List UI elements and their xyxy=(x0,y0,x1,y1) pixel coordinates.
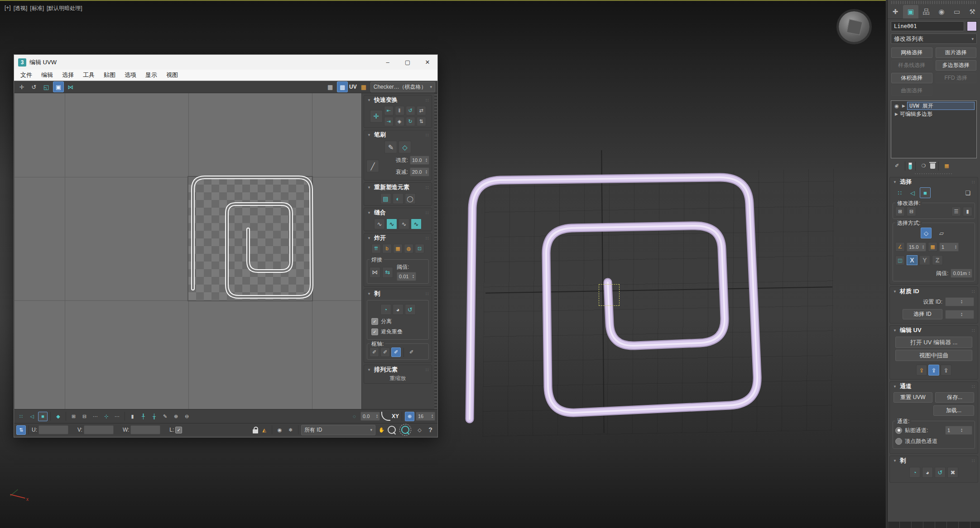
grip-icon[interactable]: ∷ xyxy=(426,98,428,103)
select-outline-icon[interactable]: ▱ xyxy=(936,228,947,238)
spinner[interactable] xyxy=(961,312,962,317)
map-options-icon[interactable]: ▦ xyxy=(358,81,369,92)
zoom-to-gizmo-icon[interactable]: ? xyxy=(426,425,435,435)
set-id-field[interactable] xyxy=(945,297,974,306)
pin-tool-icon[interactable]: ✐ xyxy=(370,347,379,357)
freeze-icon[interactable]: ❄ xyxy=(286,425,295,435)
collapse-icon[interactable]: ▼ xyxy=(893,459,897,463)
spinner[interactable] xyxy=(961,428,962,433)
modifier-visibility-eye-icon[interactable]: ◉ xyxy=(893,101,900,111)
edge-subobject-icon[interactable]: ◁ xyxy=(907,187,918,198)
grow-loop-icon[interactable]: ⊹ xyxy=(101,412,111,421)
menu-display[interactable]: 显示 xyxy=(141,71,162,79)
rollout-splitter[interactable] xyxy=(915,172,953,175)
straighten-selection-icon[interactable]: ▤ xyxy=(380,193,391,204)
axis-z-button[interactable]: Z xyxy=(932,255,943,265)
menu-tools[interactable]: 工具 xyxy=(78,71,99,79)
pin-stack-icon[interactable]: ✐ xyxy=(892,161,902,171)
xy-space-toggle[interactable]: XY xyxy=(392,413,399,419)
quick-peel-icon[interactable]: ◔ xyxy=(909,467,920,478)
close-button[interactable]: ✕ xyxy=(418,55,437,70)
stack-item-unwrap-uvw[interactable]: UVW 展开 xyxy=(907,102,975,110)
separate-checkbox[interactable]: ✓ xyxy=(371,318,378,325)
rotate-tool-icon[interactable]: ↺ xyxy=(29,81,39,92)
surface-select-button[interactable]: 曲面选择 xyxy=(891,86,932,96)
unpin-tool-icon[interactable]: ✐ xyxy=(380,347,390,357)
polygon-subobject-icon[interactable]: ■ xyxy=(920,187,931,198)
u-field[interactable] xyxy=(38,425,68,434)
show-map-icon[interactable]: ▦ xyxy=(325,81,336,92)
vertex-color-radio[interactable] xyxy=(895,438,902,445)
w-field[interactable] xyxy=(130,425,160,434)
expand-arrow-icon[interactable]: ▶ xyxy=(902,104,905,108)
distribute-horizontal-icon[interactable]: ⇄ xyxy=(417,106,426,115)
tab-display[interactable]: ▭ xyxy=(949,5,965,19)
spinner[interactable] xyxy=(432,414,433,419)
menu-options[interactable]: 选项 xyxy=(120,71,141,79)
grip-icon[interactable]: ∷ xyxy=(426,133,428,138)
minimize-button[interactable]: – xyxy=(378,55,398,70)
count-field[interactable]: 1 xyxy=(939,243,959,252)
align-horizontal-icon[interactable]: ⇤ xyxy=(384,106,394,115)
spinner[interactable] xyxy=(955,245,956,249)
grip-icon[interactable]: ∷ xyxy=(426,236,428,241)
make-unique-icon[interactable]: ❍ xyxy=(919,161,928,171)
collapse-icon[interactable]: ▼ xyxy=(367,133,371,137)
relax-brush-icon[interactable]: ◇ xyxy=(399,141,411,153)
rescale-label[interactable]: 重缩放 xyxy=(390,375,406,382)
lock-aspect-checkbox[interactable]: ✓ xyxy=(175,427,182,433)
menu-mapping[interactable]: 贴图 xyxy=(99,71,120,79)
material-id-filter-dropdown[interactable]: 所有 ID ▾ xyxy=(301,425,375,435)
collapse-icon[interactable]: ▼ xyxy=(367,211,371,215)
collapse-icon[interactable]: ▼ xyxy=(367,236,371,240)
shrink-ring-icon[interactable]: ╁ xyxy=(149,412,159,421)
tab-motion[interactable]: ◉ xyxy=(934,5,949,19)
quick-planar-map-icon[interactable]: ⇪ xyxy=(916,365,927,376)
stack-item-editable-poly[interactable]: 可编辑多边形 xyxy=(900,110,932,118)
menu-view[interactable]: 视图 xyxy=(162,71,183,79)
object-name-field[interactable]: Line001 xyxy=(891,21,964,31)
grip-icon[interactable]: ∷ xyxy=(426,210,428,215)
grip-icon[interactable]: ∷ xyxy=(972,180,975,185)
grip-icon[interactable]: ∷ xyxy=(972,458,975,463)
peel-mode-icon[interactable]: ◕ xyxy=(393,304,404,315)
menu-file[interactable]: 文件 xyxy=(16,71,37,79)
spinner[interactable] xyxy=(969,271,970,276)
flatten-by-group-icon[interactable]: ▦ xyxy=(393,244,403,253)
target-weld-icon[interactable]: ⇆ xyxy=(382,267,393,278)
spinner[interactable] xyxy=(413,274,414,279)
detach-edge-icon[interactable]: b xyxy=(382,244,392,253)
mesh-select-button[interactable]: 网格选择 xyxy=(891,48,932,58)
select-loop-icon[interactable]: ⋯ xyxy=(91,412,100,421)
relax-icon[interactable]: ◯ xyxy=(405,193,416,204)
peel-reset-icon[interactable]: ↺ xyxy=(405,304,416,315)
stitch-to-average-icon[interactable]: ∿ xyxy=(411,219,422,229)
remove-modifier-icon[interactable] xyxy=(930,163,935,169)
edge-limit-field[interactable]: 16 xyxy=(416,412,435,421)
preview-planar-map-icon[interactable]: ⇪ xyxy=(928,365,939,376)
spinner[interactable] xyxy=(376,414,378,419)
quick-peel-icon[interactable]: ◔ xyxy=(380,304,391,315)
brush-falloff-icon[interactable]: ╱ xyxy=(366,160,379,172)
pan-icon[interactable]: ✋ xyxy=(377,425,386,435)
qt-move-icon[interactable]: ✛ xyxy=(370,110,383,123)
uv-spiral-wireframe[interactable] xyxy=(14,93,361,409)
falloff-curve-icon[interactable] xyxy=(381,412,390,421)
mirror-tool-icon[interactable]: ⋈ xyxy=(65,81,76,92)
absolute-mode-icon[interactable]: ⇅ xyxy=(16,425,26,435)
avoid-overlap-checkbox[interactable]: ✓ xyxy=(371,328,378,335)
load-button[interactable]: 加载... xyxy=(933,405,974,416)
soft-selection-icon[interactable]: ◌ xyxy=(350,412,359,421)
grow-selection-icon[interactable]: ⊞ xyxy=(895,207,905,216)
angle-field[interactable]: 15.0 xyxy=(907,243,926,252)
filter-selected-faces-icon[interactable]: ◭ xyxy=(259,425,269,435)
tab-create[interactable]: ✚ xyxy=(888,5,903,19)
vol-select-button[interactable]: 体积选择 xyxy=(891,73,932,83)
threshold-field[interactable]: 0.01m xyxy=(951,269,972,278)
align-bars-icon[interactable]: ⦀ xyxy=(395,106,404,115)
grow-ring-icon[interactable]: ╀ xyxy=(139,412,148,421)
backface-icon[interactable]: ▦ xyxy=(928,242,937,252)
select-id-field[interactable] xyxy=(945,310,974,319)
grip-icon[interactable]: ∷ xyxy=(972,328,975,333)
grow-selection-icon[interactable]: ⊞ xyxy=(69,412,78,421)
